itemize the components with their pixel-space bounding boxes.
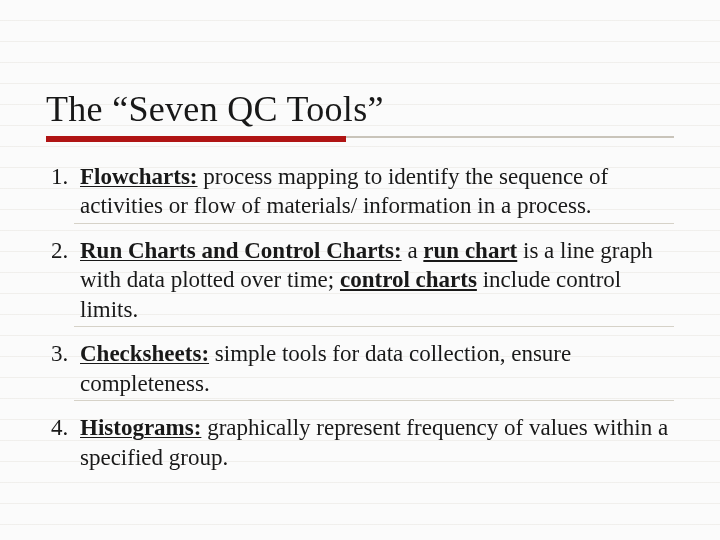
list-item: Run Charts and Control Charts: a run cha… xyxy=(74,234,674,327)
slide-title: The “Seven QC Tools” xyxy=(46,88,674,130)
list-item: Histograms: graphically represent freque… xyxy=(74,411,674,474)
list-item: Checksheets: simple tools for data colle… xyxy=(74,337,674,401)
title-underline xyxy=(46,136,674,142)
item-heading: Histograms: xyxy=(80,415,201,440)
title-underline-accent xyxy=(46,136,346,142)
list-item: Flowcharts: process mapping to identify … xyxy=(74,160,674,224)
item-lead: a xyxy=(402,238,424,263)
item-heading: Run Charts and Control Charts: xyxy=(80,238,402,263)
tool-list: Flowcharts: process mapping to identify … xyxy=(46,160,674,474)
item-heading: Flowcharts: xyxy=(80,164,198,189)
item-heading: Checksheets: xyxy=(80,341,209,366)
term-run-chart: run chart xyxy=(423,238,517,263)
title-underline-rule xyxy=(346,136,674,138)
term-control-charts: control charts xyxy=(340,267,477,292)
slide-body: The “Seven QC Tools” Flowcharts: process… xyxy=(0,0,720,474)
